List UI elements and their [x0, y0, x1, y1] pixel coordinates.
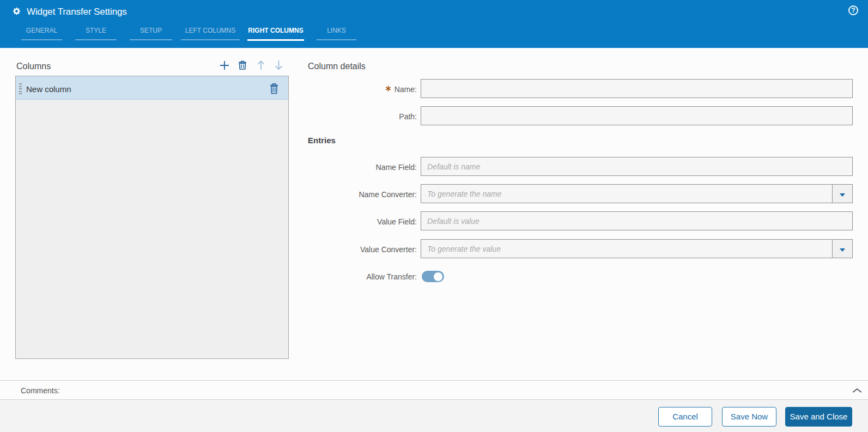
- svg-text:?: ?: [851, 7, 855, 14]
